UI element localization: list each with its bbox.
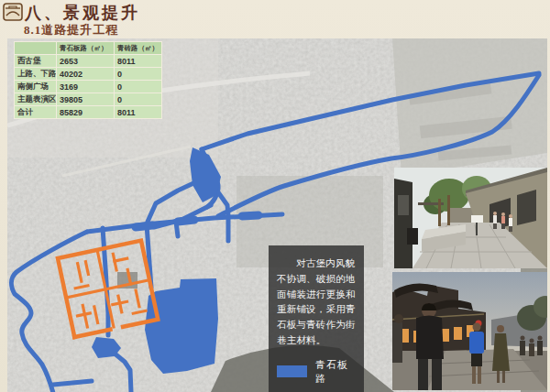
paving-quantity-table: 青石板路（㎡） 青砖路（㎡） 西古堡 2653 8011 上路、下路 40202… (14, 41, 162, 119)
photo-street-daytime (394, 168, 547, 268)
slide-title: 八、景观提升 (25, 2, 140, 24)
header-empty (15, 42, 57, 55)
pavilion-stamp-icon (3, 3, 23, 21)
note-panel: 对古堡内风貌不协调、破损的地面铺装进行更换和重新铺设，采用青石板与青砖作为街巷主… (269, 245, 364, 392)
header-stone-road: 青石板路（㎡） (57, 42, 115, 55)
photo-street-evening (392, 272, 547, 390)
table-row: 主题表演区 39805 0 (15, 93, 162, 106)
table-total-row: 合计 85829 8011 (15, 106, 162, 119)
photo-street-evening-art (392, 272, 547, 390)
legend-item-stone-road: 青石板路 (277, 358, 356, 386)
stone-area: 3169 (57, 81, 115, 93)
row-label: 上路、下路 (15, 68, 57, 81)
stone-area: 2653 (57, 55, 115, 68)
row-label: 合计 (15, 106, 57, 119)
brick-area: 0 (115, 81, 162, 93)
table-header-row: 青石板路（㎡） 青砖路（㎡） (15, 42, 162, 55)
brick-area: 0 (115, 93, 162, 106)
table-row: 西古堡 2653 8011 (15, 55, 162, 68)
map-legend: 青石板路 青砖路 (277, 358, 356, 392)
brick-area: 8011 (115, 55, 162, 68)
brick-area: 0 (115, 68, 162, 81)
table-row: 南侧广场 3169 0 (15, 81, 162, 93)
note-text: 对古堡内风貌不协调、破损的地面铺装进行更换和重新铺设，采用青石板与青砖作为街巷主… (277, 256, 356, 348)
brick-area-total: 8011 (115, 106, 162, 119)
legend-label: 青石板路 (315, 358, 356, 386)
photo-street-daytime-art (394, 168, 547, 268)
row-label: 南侧广场 (15, 81, 57, 93)
stone-area-total: 85829 (57, 106, 115, 119)
stone-road-swatch (277, 365, 307, 377)
slide-subtitle: 8.1道路提升工程 (24, 22, 118, 38)
row-label: 主题表演区 (15, 93, 57, 106)
stone-area: 39805 (57, 93, 115, 106)
table-row: 上路、下路 40202 0 (15, 68, 162, 81)
stone-area: 40202 (57, 68, 115, 81)
header-brick-road: 青砖路（㎡） (115, 42, 162, 55)
row-label: 西古堡 (15, 55, 57, 68)
